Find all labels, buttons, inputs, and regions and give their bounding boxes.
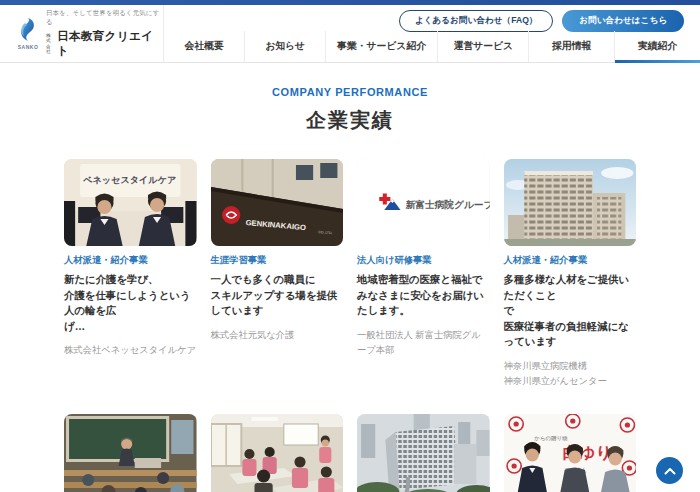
header-actions: よくあるお問い合わせ（FAQ） お問い合わせはこちら [164,5,700,31]
nav-item-company[interactable]: 会社概要 [164,31,244,62]
case-photo-hospital-aerial [357,414,490,492]
case-company: 株式会社元気な介護 [211,328,344,343]
case-title: 新たに介護を学び、 介護を仕事にしようという人の輪を広 げ… [64,272,197,334]
case-card[interactable]: 生涯学習事業 常に変化する社会の中で、豊かな人生 を送るため 生涯学習の場を提供… [64,414,197,492]
svg-text:新富士病院グループ: 新富士病院グループ [406,199,490,210]
page-title: 企業実績 [0,107,700,134]
main-content: COMPANY PERFORMANCE 企業実績 ベネッセスタイルケア [0,63,700,492]
nav-item-news[interactable]: お知らせ [244,31,324,62]
section-eyebrow: COMPANY PERFORMANCE [0,86,700,98]
faq-button[interactable]: よくあるお問い合わせ（FAQ） [399,10,553,32]
case-photo-hospital-group-logo: 新富士病院グループ [357,159,490,246]
case-card[interactable]: 人材派遣・紹介事業 一流のホスピタリティーを求めて 人材の早期安定化と接遇サービ… [357,414,490,492]
nav-item-operations[interactable]: 運営サービス [437,31,528,62]
contact-button[interactable]: お問い合わせはこちら [562,10,684,32]
nav-item-recruit[interactable]: 採用情報 [528,31,614,62]
case-title: 地域密着型の医療と福祉で みなさまに安心をお届けいたします。 [357,272,490,319]
case-photo-lecture-hall [64,414,197,492]
brand-tagline: 日本を、そして世界を明るく元気にする [46,9,163,27]
case-title: 多種多様な人材をご提供いただくこと で 医療従事者の負担軽減になっています [504,272,637,350]
case-company: 神奈川県立病院機構 神奈川県立がんセンター [504,359,637,389]
case-card[interactable]: 法人向け研修事業 日頃の業務へ前向きに、創意工夫する 職員が増えており感謝してお… [211,414,344,492]
scroll-to-top-button[interactable] [656,457,683,484]
logo-mark-text: SANKO [18,44,39,50]
chevron-up-icon [664,467,676,475]
main-nav: 会社概要 お知らせ 事業・サービス紹介 運営サービス 採用情報 実績紹介 [164,31,700,62]
case-category: 法人向け研修事業 [357,254,490,267]
case-photo-group-banner: からの贈り物 白ゆり 愛知法人 [504,414,637,492]
site-logo[interactable]: SANKO 日本を、そして世界を明るく元気にする 株式会社 日本教育クリエイト [0,5,164,62]
cases-grid: ベネッセスタイルケア 人材派遣・紹介事業 [64,159,636,492]
case-company: 株式会社ベネッセスタイルケア [64,343,197,358]
case-category: 生涯学習事業 [211,254,344,267]
case-photo-company-signage: GENKINAKAIGO CO.,LTD. [211,159,344,246]
case-company: 一般社団法人 新富士病院グループ本部 [357,328,490,358]
case-card[interactable]: 人材派遣・紹介事業 多種多様な人材をご提供いただくこと で 医療従事者の負担軽減… [504,159,637,389]
nav-item-services[interactable]: 事業・サービス紹介 [325,31,438,62]
case-category: 人材派遣・紹介事業 [64,254,197,267]
case-photo-hospital-building [504,159,637,246]
svg-text:からの贈り物: からの贈り物 [534,435,567,442]
site-header: SANKO 日本を、そして世界を明るく元気にする 株式会社 日本教育クリエイト … [0,5,700,63]
case-title: 一人でも多くの職員に スキルアップする場を提供しています [211,272,344,319]
company-prefix: 株式会社 [46,33,55,54]
case-card[interactable]: ベネッセスタイルケア 人材派遣・紹介事業 [64,159,197,389]
case-photo-seminar-presenters: ベネッセスタイルケア [64,159,197,246]
case-card[interactable]: GENKINAKAIGO CO.,LTD. 生涯学習事業 一人でも多くの職員に … [211,159,344,389]
case-photo-training-room [211,414,344,492]
logo-swirl-icon: SANKO [16,17,40,50]
company-name: 日本教育クリエイト [57,29,163,59]
case-card[interactable]: からの贈り物 白ゆり 愛知法人 [504,414,637,492]
case-category: 人材派遣・紹介事業 [504,254,637,267]
case-photo-hospital-group-logo-card[interactable]: 新富士病院グループ 法人向け研修事業 地域密着型の医療と福祉で みなさまに安心を… [357,159,490,389]
nav-item-performance[interactable]: 実績紹介 [614,31,700,62]
svg-text:ベネッセスタイルケア: ベネッセスタイルケア [82,175,176,185]
